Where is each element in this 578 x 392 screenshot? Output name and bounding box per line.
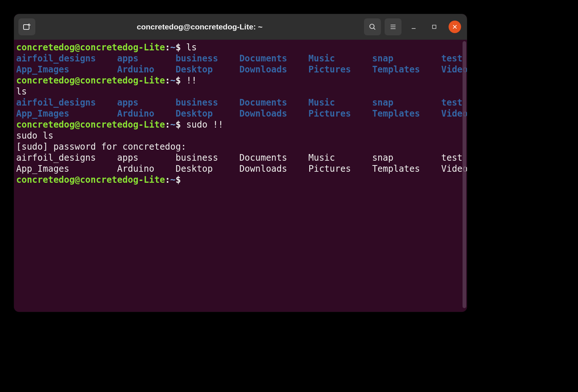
window-title: concretedog@concretedog-Lite: ~ <box>39 22 360 31</box>
titlebar: concretedog@concretedog-Lite: ~ <box>14 14 467 40</box>
maximize-button[interactable] <box>426 18 443 35</box>
scrollbar[interactable] <box>463 41 466 308</box>
prompt-line: concretedog@concretedog-Lite:~$ <box>16 174 465 185</box>
hamburger-icon <box>389 23 397 31</box>
minimize-icon <box>410 24 417 30</box>
menu-button[interactable] <box>385 18 402 35</box>
output-line: sudo ls <box>16 130 465 141</box>
terminal-area[interactable]: concretedog@concretedog-Lite:~$ lsairfoi… <box>14 40 467 312</box>
search-button[interactable] <box>364 18 381 35</box>
listing-row: airfoil_designs apps business Documents … <box>16 97 465 108</box>
minimize-button[interactable] <box>405 18 422 35</box>
output-line: ls <box>16 86 465 97</box>
prompt-line: concretedog@concretedog-Lite:~$ sudo !! <box>16 119 465 130</box>
prompt-line: concretedog@concretedog-Lite:~$ ls <box>16 42 465 53</box>
listing-row: App_Images Arduino Desktop Downloads Pic… <box>16 108 465 119</box>
prompt-line: concretedog@concretedog-Lite:~$ !! <box>16 75 465 86</box>
listing-row: App_Images Arduino Desktop Downloads Pic… <box>16 64 465 75</box>
close-icon <box>452 24 458 30</box>
terminal-window: concretedog@concretedog-Lite: ~ <box>14 14 467 312</box>
maximize-icon <box>431 24 437 30</box>
output-line: [sudo] password for concretedog: <box>16 141 465 152</box>
listing-row: airfoil_designs apps business Documents … <box>16 152 465 163</box>
listing-row: airfoil_designs apps business Documents … <box>16 53 465 64</box>
close-button[interactable] <box>449 21 461 33</box>
new-tab-button[interactable] <box>18 18 35 35</box>
listing-row: App_Images Arduino Desktop Downloads Pic… <box>16 163 465 174</box>
new-tab-icon <box>22 22 31 31</box>
search-icon <box>368 23 377 31</box>
svg-rect-2 <box>432 25 436 28</box>
